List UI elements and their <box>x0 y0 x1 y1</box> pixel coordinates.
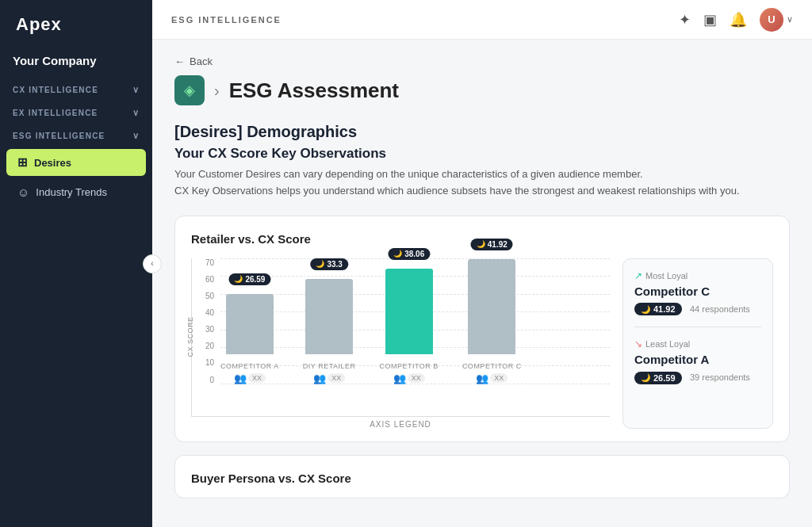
topbar-icons: ✦ ▣ 🔔 U ∨ <box>679 8 793 32</box>
most-loyal-score: 41.92 <box>653 304 676 314</box>
legend-xx-diy: XX <box>327 373 345 383</box>
insight-most-loyal: ↗ Most Loyal Competitor C 🌙 41.92 44 res… <box>634 270 761 316</box>
buyer-persona-card: Buyer Persona vs. CX Score <box>174 455 790 498</box>
users-icon-diy: 👥 <box>313 372 326 384</box>
observations-title: Your CX Score Key Observations <box>174 146 790 162</box>
sidebar-group-esg[interactable]: ESG INTELLIGENCE ∨ <box>0 124 152 147</box>
most-loyal-label-text: Most Loyal <box>645 271 688 281</box>
sidebar-item-desires-label: Desires <box>34 157 71 169</box>
moon-icon: 🌙 <box>641 373 650 382</box>
moon-icon: 🌙 <box>477 240 485 248</box>
y-label-20: 20 <box>192 342 214 350</box>
sidebar-logo: Apex <box>0 0 152 46</box>
least-loyal-respondents: 39 respondents <box>690 372 750 382</box>
bar-competitor-c: 🌙 41.92 COMPETITOR C 👥 XX <box>462 259 522 384</box>
topbar: ESG INTELLIGENCE ✦ ▣ 🔔 U ∨ <box>152 0 812 40</box>
sidebar-collapse-button[interactable]: ‹ <box>143 254 162 273</box>
least-loyal-score-row: 🌙 26.59 39 respondents <box>634 369 761 384</box>
moon-icon: 🌙 <box>393 250 402 258</box>
bar-diy-bar: 🌙 33.3 <box>305 279 353 354</box>
most-loyal-label: ↗ Most Loyal <box>634 270 761 281</box>
section-title: [Desires] Demographics <box>174 123 790 141</box>
bar-badge-c: 🌙 41.92 <box>471 239 513 250</box>
user-avatar-container[interactable]: U ∨ <box>760 8 793 32</box>
insight-panel: ↗ Most Loyal Competitor C 🌙 41.92 44 res… <box>622 258 773 429</box>
sidebar: Apex Your Company CX INTELLIGENCE ∨ EX I… <box>0 0 152 527</box>
bar-label-a: COMPETITOR A <box>220 362 279 370</box>
back-link[interactable]: ← Back <box>174 55 790 67</box>
buyer-card-title: Buyer Persona vs. CX Score <box>191 472 773 485</box>
least-loyal-label-text: Least Loyal <box>645 339 690 349</box>
legend-xx-b: XX <box>408 373 425 383</box>
bar-competitor-a: 🌙 26.59 COMPETITOR A 👥 XX <box>220 294 279 384</box>
chevron-down-icon: ∨ <box>132 131 140 141</box>
bar-badge-a: 🌙 26.59 <box>228 273 270 285</box>
breadcrumb-separator: › <box>214 82 220 100</box>
sidebar-item-industry-trends-label: Industry Trends <box>36 186 107 198</box>
y-label-30: 30 <box>192 325 214 334</box>
y-label-0: 0 <box>192 376 214 384</box>
sidebar-item-desires[interactable]: ⊞ Desires <box>6 149 146 176</box>
most-loyal-respondents: 44 respondents <box>690 304 750 314</box>
sidebar-group-ex[interactable]: EX INTELLIGENCE ∨ <box>0 101 152 124</box>
least-loyal-label: ↘ Least Loyal <box>634 338 761 349</box>
avatar: U <box>760 8 783 32</box>
bar-competitor-a-bar: 🌙 26.59 <box>226 294 274 354</box>
observations-desc-line2: CX Key Observations helps you understand… <box>174 185 740 197</box>
chart-legend: AXIS LEGEND <box>191 420 610 429</box>
y-label-40: 40 <box>192 308 214 317</box>
observations-desc-line1: Your Customer Desires can vary depending… <box>174 168 643 180</box>
bar-badge-b: 🌙 38.06 <box>388 248 430 260</box>
content-area: ← Back ◈ › ESG Assessment [Desires] Demo… <box>152 40 812 527</box>
sidebar-item-industry-trends[interactable]: ☺ Industry Trends <box>6 179 146 205</box>
apps-icon[interactable]: ✦ <box>679 11 691 29</box>
users-icon-c: 👥 <box>476 372 488 384</box>
back-label: Back <box>190 55 213 67</box>
grid-icon: ⊞ <box>17 155 28 170</box>
bar-value-diy: 33.3 <box>327 260 342 269</box>
collapse-icon: ‹ <box>151 259 153 268</box>
bar-competitor-b: 🌙 38.06 COMPETITOR B 👥 XX <box>380 269 439 384</box>
bar-chart: CX SCORE 0 10 20 30 40 50 60 70 <box>191 258 610 417</box>
retailer-chart-card: Retailer vs. CX Score CX SCORE 0 10 20 3… <box>174 216 790 442</box>
most-loyal-name: Competitor C <box>634 285 761 298</box>
bar-value-b: 38.06 <box>404 250 424 258</box>
bar-competitor-c-bar: 🌙 41.92 <box>468 259 515 354</box>
chevron-down-icon: ∨ <box>787 14 793 25</box>
trend-down-icon: ↘ <box>634 338 642 349</box>
most-loyal-badge: 🌙 41.92 <box>634 303 682 315</box>
main-content: ESG INTELLIGENCE ✦ ▣ 🔔 U ∨ ← Back ◈ › ES… <box>152 0 812 527</box>
bar-competitor-b-bar: 🌙 38.06 <box>385 269 433 354</box>
sidebar-group-esg-label: ESG INTELLIGENCE <box>13 132 105 140</box>
y-axis-labels: 0 10 20 30 40 50 60 70 <box>192 258 214 384</box>
moon-icon: 🌙 <box>641 305 650 314</box>
least-loyal-score: 26.59 <box>653 373 676 383</box>
least-loyal-badge: 🌙 26.59 <box>634 372 682 384</box>
legend-label: AXIS LEGEND <box>370 420 431 429</box>
bar-label-c: COMPETITOR C <box>462 362 522 370</box>
bell-icon[interactable]: 🔔 <box>730 11 747 29</box>
esg-icon: ◈ <box>174 75 205 105</box>
sidebar-group-cx[interactable]: CX INTELLIGENCE ∨ <box>0 78 152 101</box>
users-icon-a: 👥 <box>234 372 247 384</box>
legend-xx-a: XX <box>248 373 266 383</box>
bar-value-c: 41.92 <box>488 240 508 249</box>
moon-icon: 🌙 <box>234 275 243 283</box>
page-title: ESG Assessment <box>229 78 399 103</box>
most-loyal-score-row: 🌙 41.92 44 respondents <box>634 301 761 316</box>
moon-icon: 🌙 <box>316 260 324 268</box>
y-label-50: 50 <box>192 292 214 300</box>
sidebar-company: Your Company <box>0 46 152 78</box>
observations-desc: Your Customer Desires can vary depending… <box>174 166 790 200</box>
bar-badge-diy: 🌙 33.3 <box>310 258 347 270</box>
layout-icon[interactable]: ▣ <box>703 11 717 29</box>
bar-label-diy: DIY RETAILER <box>303 362 356 370</box>
topbar-title: ESG INTELLIGENCE <box>171 15 282 25</box>
legend-xx-c: XX <box>490 373 508 383</box>
users-icon-b: 👥 <box>393 372 406 384</box>
bar-chart-container: CX SCORE 0 10 20 30 40 50 60 70 <box>191 258 610 429</box>
bar-diy-retailer: 🌙 33.3 DIY RETAILER 👥 XX <box>303 279 356 384</box>
chevron-down-icon: ∨ <box>132 85 140 95</box>
y-label-60: 60 <box>192 275 214 284</box>
page-header: ◈ › ESG Assessment <box>174 75 790 105</box>
